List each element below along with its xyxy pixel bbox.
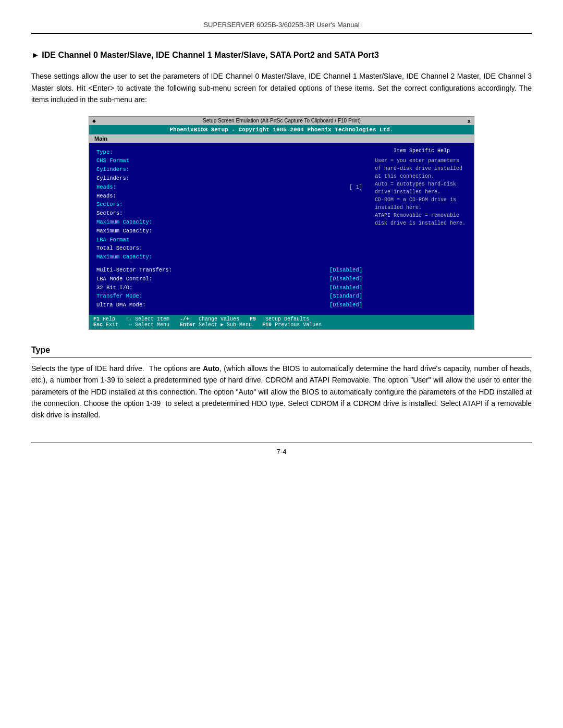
- bios-item-heads-2[interactable]: Heads:: [96, 192, 362, 201]
- type-title: Type: [31, 346, 532, 357]
- bios-item-sectors-2[interactable]: Sectors:: [96, 209, 362, 218]
- bios-item-ultra-dma[interactable]: Ultra DMA Mode: [Disabled]: [96, 301, 362, 310]
- bios-right-content: User = you enter parameters of hard-disk…: [375, 157, 469, 227]
- bios-item-maxcap-2[interactable]: Maximum Capacity:: [96, 227, 362, 236]
- bios-item-type[interactable]: Type:: [96, 148, 362, 157]
- bios-left-panel: Type: CHS Format Cylinders: Cylinders: H…: [89, 143, 370, 315]
- bios-item-heads-1[interactable]: Heads:[ 1]: [96, 183, 362, 192]
- type-subsection: Type Selects the type of IDE hard drive.…: [31, 346, 532, 421]
- bios-header: PhoenixBIOS Setup - Copyright 1985-2004 …: [89, 125, 474, 134]
- bios-item-lba-mode[interactable]: LBA Mode Control: [Disabled]: [96, 275, 362, 283]
- bios-right-title: Item Specific Help: [375, 148, 469, 154]
- bios-item-maxcap-1[interactable]: Maximum Capacity:: [96, 218, 362, 227]
- bios-item-cylinders-2[interactable]: Cylinders:: [96, 174, 362, 183]
- bios-item-lba[interactable]: LBA Format: [96, 236, 362, 244]
- bios-item-transfer-mode[interactable]: Transfer Mode: [Standard]: [96, 292, 362, 301]
- bios-item-multisector[interactable]: Multi-Sector Transfers: [Disabled]: [96, 266, 362, 275]
- header-rule: [31, 33, 532, 34]
- bios-footer-row2: Esc Exit ↔ Select Menu Enter Select ► Su…: [93, 322, 470, 328]
- page-footer: 7-4: [31, 442, 532, 455]
- bios-item-maxcap-3[interactable]: Maximum Capacity:: [96, 253, 362, 262]
- bios-item-sectors-1[interactable]: Sectors:: [96, 200, 362, 209]
- bios-titlebar: ◆ Setup Screen Emulation (Alt-PrtSc Capt…: [89, 117, 474, 125]
- bios-screenshot: ◆ Setup Screen Emulation (Alt-PrtSc Capt…: [89, 116, 474, 330]
- bios-item-totalsectors[interactable]: Total Sectors:: [96, 244, 362, 253]
- page-header: SUPERSERVER 6025B-3/6025B-3R User's Manu…: [31, 21, 532, 29]
- bios-body: Type: CHS Format Cylinders: Cylinders: H…: [89, 143, 474, 315]
- bios-footer: F1 Help ↑↓ Select Item -/+ Change Values…: [89, 315, 474, 329]
- section-intro: These settings allow the user to set the…: [31, 70, 532, 105]
- bios-footer-row1: F1 Help ↑↓ Select Item -/+ Change Values…: [93, 316, 470, 322]
- bios-titlebar-icon: ◆: [92, 118, 96, 124]
- type-body: Selects the type of IDE hard drive. The …: [31, 363, 532, 421]
- bios-item-cylinders-1[interactable]: Cylinders:: [96, 165, 362, 174]
- bios-right-panel: Item Specific Help User = you enter para…: [370, 143, 474, 315]
- bios-close-button[interactable]: x: [468, 118, 471, 124]
- arrow-icon: ►: [31, 51, 40, 59]
- bios-menu-bar[interactable]: Main: [89, 134, 474, 143]
- bios-item-chs[interactable]: CHS Format: [96, 156, 362, 165]
- bios-titlebar-text: Setup Screen Emulation (Alt-PrtSc Captur…: [203, 118, 361, 124]
- bios-item-32bit[interactable]: 32 Bit I/O: [Disabled]: [96, 283, 362, 292]
- section-title: ► IDE Channel 0 Master/Slave, IDE Channe…: [31, 50, 532, 61]
